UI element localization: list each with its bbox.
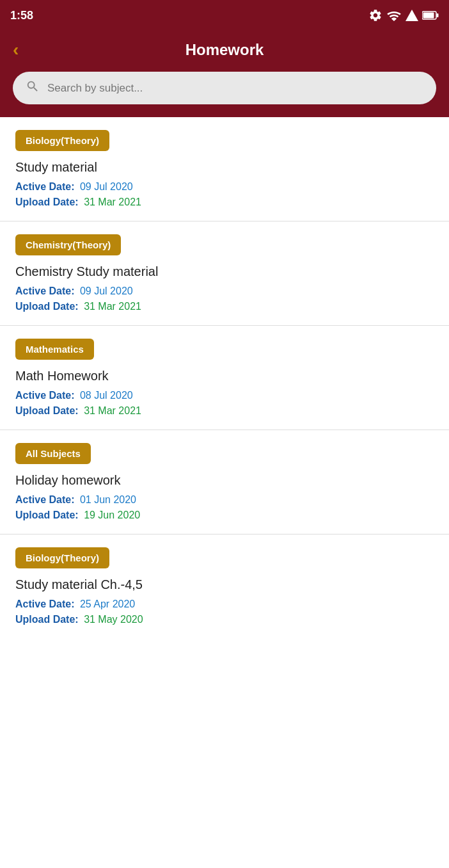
upload-date-label: Upload Date: (15, 301, 79, 312)
svg-marker-0 (406, 10, 418, 21)
search-bar[interactable] (13, 72, 436, 104)
homework-title: Holiday homework (15, 473, 434, 488)
active-date-row: Active Date: 08 Jul 2020 (15, 390, 434, 401)
active-date-value: 25 Apr 2020 (80, 599, 135, 609)
homework-list: Biology(Theory) Study material Active Da… (0, 117, 449, 625)
upload-date-row: Upload Date: 31 Mar 2021 (15, 405, 434, 417)
homework-title: Study material (15, 160, 434, 175)
upload-date-row: Upload Date: 31 Mar 2021 (15, 197, 434, 208)
upload-date-value: 31 Mar 2021 (84, 301, 141, 312)
active-date-value: 09 Jul 2020 (80, 181, 133, 192)
subject-badge: Mathematics (15, 339, 94, 360)
homework-title: Study material Ch.-4,5 (15, 577, 434, 592)
page-title: Homework (185, 41, 264, 59)
back-button[interactable]: ‹ (13, 40, 19, 60)
upload-date-label: Upload Date: (15, 197, 79, 207)
upload-date-value: 19 Jun 2020 (84, 510, 140, 520)
active-date-label: Active Date: (15, 390, 74, 401)
list-item[interactable]: Chemistry(Theory) Chemistry Study materi… (0, 221, 449, 326)
upload-date-value: 31 May 2020 (84, 614, 143, 625)
header: ‹ Homework (0, 31, 449, 72)
upload-date-label: Upload Date: (15, 405, 79, 416)
active-date-label: Active Date: (15, 494, 74, 505)
svg-rect-2 (423, 13, 434, 19)
status-time: 1:58 (10, 9, 33, 22)
subject-badge: Chemistry(Theory) (15, 234, 121, 255)
active-date-label: Active Date: (15, 285, 74, 296)
list-item[interactable]: Biology(Theory) Study material Ch.-4,5 A… (0, 534, 449, 625)
wifi-icon (386, 10, 402, 21)
battery-icon (422, 11, 439, 20)
upload-date-row: Upload Date: 31 May 2020 (15, 614, 434, 625)
active-date-label: Active Date: (15, 181, 74, 192)
active-date-row: Active Date: 25 Apr 2020 (15, 599, 434, 610)
search-icon (26, 79, 40, 97)
subject-badge: All Subjects (15, 443, 91, 464)
active-date-value: 01 Jun 2020 (80, 494, 136, 505)
active-date-row: Active Date: 09 Jul 2020 (15, 285, 434, 297)
search-container (0, 72, 449, 117)
upload-date-value: 31 Mar 2021 (84, 405, 141, 416)
list-item[interactable]: Biology(Theory) Study material Active Da… (0, 117, 449, 221)
upload-date-row: Upload Date: 19 Jun 2020 (15, 510, 434, 521)
status-icons (368, 8, 439, 22)
subject-badge: Biology(Theory) (15, 130, 109, 151)
upload-date-label: Upload Date: (15, 510, 79, 520)
active-date-row: Active Date: 01 Jun 2020 (15, 494, 434, 506)
subject-badge: Biology(Theory) (15, 547, 109, 568)
homework-title: Chemistry Study material (15, 264, 434, 279)
gear-icon (368, 8, 382, 22)
upload-date-label: Upload Date: (15, 614, 79, 625)
upload-date-row: Upload Date: 31 Mar 2021 (15, 301, 434, 312)
svg-rect-3 (437, 13, 439, 17)
homework-title: Math Homework (15, 369, 434, 383)
active-date-label: Active Date: (15, 599, 74, 609)
upload-date-value: 31 Mar 2021 (84, 197, 141, 207)
search-input[interactable] (47, 82, 423, 95)
active-date-value: 08 Jul 2020 (80, 390, 133, 401)
active-date-value: 09 Jul 2020 (80, 285, 133, 296)
signal-icon (406, 10, 418, 21)
list-item[interactable]: All Subjects Holiday homework Active Dat… (0, 430, 449, 534)
status-bar: 1:58 (0, 0, 449, 31)
active-date-row: Active Date: 09 Jul 2020 (15, 181, 434, 193)
list-item[interactable]: Mathematics Math Homework Active Date: 0… (0, 326, 449, 430)
